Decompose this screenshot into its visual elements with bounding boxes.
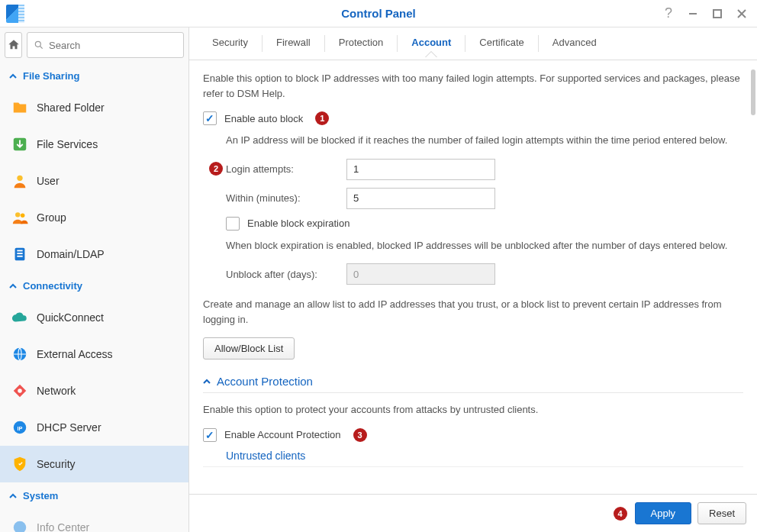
sidebar-item-security[interactable]: Security	[0, 446, 188, 482]
svg-rect-1	[714, 10, 721, 18]
svg-point-15	[18, 389, 22, 393]
minimize-button[interactable]	[684, 5, 702, 23]
group-icon	[11, 208, 29, 227]
chevron-up-icon	[203, 378, 211, 385]
account-protection-section[interactable]: Account Protection	[203, 375, 743, 393]
section-file-sharing[interactable]: File Sharing	[0, 63, 188, 89]
content-pane: Security Firewall Protection Account Cer…	[189, 27, 757, 532]
chevron-up-icon	[9, 73, 17, 80]
enable-auto-block-checkbox[interactable]	[203, 111, 217, 125]
section-label: File Sharing	[23, 70, 79, 82]
enable-account-protection-checkbox[interactable]	[203, 428, 217, 442]
sidebar-item-dhcp-server[interactable]: IP DHCP Server	[0, 409, 188, 446]
unblock-after-label: Unblock after (days):	[226, 269, 340, 280]
section-system[interactable]: System	[0, 482, 188, 509]
apply-button[interactable]: Apply	[635, 502, 692, 524]
sidebar-item-label: Network	[37, 385, 76, 397]
annotation-badge-4: 4	[614, 507, 627, 521]
sidebar-item-label: Domain/LDAP	[37, 248, 105, 260]
file-services-icon	[11, 135, 29, 153]
enable-account-protection-label: Enable Account Protection	[224, 429, 341, 440]
sidebar-item-user[interactable]: User	[0, 163, 188, 199]
annotation-badge-1: 1	[315, 111, 329, 125]
shield-icon	[11, 455, 29, 473]
reset-button[interactable]: Reset	[697, 502, 746, 524]
untrusted-clients-title: Untrusted clients	[203, 450, 743, 467]
svg-rect-11	[17, 250, 22, 252]
svg-rect-13	[17, 256, 22, 257]
scrollbar[interactable]	[751, 69, 755, 115]
cloud-icon	[11, 308, 29, 327]
help-button[interactable]: ?	[659, 5, 678, 23]
sidebar-item-file-services[interactable]: File Services	[0, 126, 188, 163]
footer: 4 Apply Reset	[189, 494, 757, 532]
auto-block-intro: Enable this option to block IP addresses…	[203, 71, 743, 101]
sidebar: File Sharing Shared Folder File Services…	[0, 27, 189, 532]
svg-rect-12	[17, 253, 22, 254]
dhcp-icon: IP	[11, 418, 29, 437]
sidebar-item-label: User	[37, 175, 60, 187]
sidebar-item-label: Security	[37, 458, 76, 470]
section-connectivity[interactable]: Connectivity	[0, 272, 188, 299]
home-button[interactable]	[5, 32, 22, 58]
sidebar-item-network[interactable]: Network	[0, 372, 188, 409]
within-minutes-label: Within (minutes):	[226, 192, 340, 204]
search-box[interactable]	[27, 32, 184, 58]
window-title: Control Panel	[341, 7, 416, 20]
sidebar-item-external-access[interactable]: External Access	[0, 336, 188, 372]
allow-block-list-button[interactable]: Allow/Block List	[203, 337, 295, 360]
tab-advanced[interactable]: Advanced	[539, 27, 610, 60]
maximize-button[interactable]	[708, 5, 726, 23]
enable-block-expiration-checkbox[interactable]	[226, 217, 240, 231]
svg-point-7	[17, 176, 22, 181]
search-input[interactable]	[49, 40, 177, 51]
svg-point-4	[35, 41, 40, 47]
tab-firewall[interactable]: Firewall	[263, 27, 324, 60]
sidebar-item-label: QuickConnect	[37, 311, 104, 324]
sidebar-item-shared-folder[interactable]: Shared Folder	[0, 89, 188, 126]
within-minutes-input[interactable]	[346, 188, 495, 209]
info-icon	[11, 518, 29, 532]
sidebar-item-info-center[interactable]: Info Center	[0, 509, 188, 532]
tab-account[interactable]: Account	[398, 27, 465, 60]
sidebar-item-label: Shared Folder	[37, 102, 105, 114]
annotation-badge-2: 2	[209, 162, 223, 176]
close-button[interactable]	[733, 5, 751, 23]
unblock-after-input	[346, 263, 495, 285]
tab-certificate[interactable]: Certificate	[465, 27, 538, 60]
sidebar-item-label: Info Center	[37, 521, 89, 532]
sidebar-item-label: File Services	[37, 138, 98, 150]
login-attempts-label: Login attempts:	[226, 163, 340, 175]
account-protection-desc: Enable this option to protect your accou…	[203, 402, 743, 418]
network-icon	[11, 382, 29, 400]
section-label: Connectivity	[23, 280, 82, 292]
enable-auto-block-label: Enable auto block	[224, 113, 303, 124]
folder-icon	[11, 98, 29, 117]
sidebar-item-group[interactable]: Group	[0, 199, 188, 236]
sidebar-item-label: Group	[37, 211, 66, 224]
enable-block-expiration-label: Enable block expiration	[247, 218, 350, 229]
section-label: System	[23, 490, 58, 501]
sidebar-item-label: External Access	[37, 348, 113, 360]
svg-point-18	[14, 521, 27, 532]
auto-block-desc: An IP address will be blocked if it reac…	[226, 133, 743, 148]
login-attempts-input[interactable]	[346, 159, 495, 180]
sidebar-item-domain-ldap[interactable]: Domain/LDAP	[0, 236, 188, 272]
svg-point-9	[21, 214, 24, 218]
tab-security[interactable]: Security	[198, 27, 262, 60]
scroll-area[interactable]: Enable this option to block IP addresses…	[189, 60, 757, 494]
sidebar-item-quickconnect[interactable]: QuickConnect	[0, 299, 188, 336]
section-title-label: Account Protection	[217, 375, 313, 388]
svg-text:IP: IP	[18, 425, 23, 432]
app-icon	[6, 5, 24, 23]
tab-protection[interactable]: Protection	[325, 27, 398, 60]
titlebar: Control Panel ?	[0, 0, 757, 27]
sidebar-item-label: DHCP Server	[37, 421, 101, 434]
user-icon	[11, 172, 29, 190]
chevron-up-icon	[9, 492, 17, 500]
block-expiration-desc: When block expiration is enabled, blocke…	[226, 238, 743, 253]
tabs: Security Firewall Protection Account Cer…	[189, 27, 757, 60]
domain-icon	[11, 245, 29, 263]
allow-block-desc: Create and manage an allow list to add I…	[203, 297, 743, 327]
globe-icon	[11, 345, 29, 363]
